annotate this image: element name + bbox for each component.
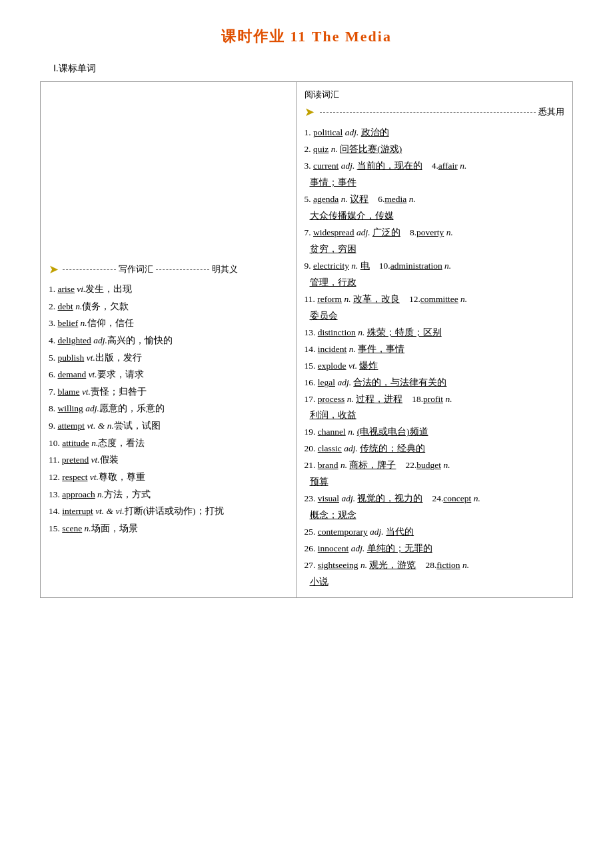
word-term: reform: [317, 294, 342, 304]
word-term: political: [313, 127, 342, 137]
list-item: 预算: [305, 474, 564, 491]
list-item: 委员会: [305, 308, 564, 325]
word-meaning: 政治的: [361, 127, 389, 137]
word-meaning: 电: [360, 261, 370, 271]
word-meaning: 打断(讲话或动作)；打扰: [125, 506, 224, 516]
word-meaning2: 事情；事件: [310, 177, 356, 187]
word-term: debt: [58, 301, 73, 311]
word-pos: adj.: [345, 127, 359, 137]
list-item: 11. pretend vt.假装: [49, 451, 288, 469]
word-term: scene: [62, 523, 82, 533]
word-meaning: 愿意的，乐意的: [99, 403, 165, 413]
word-term2: budget: [416, 460, 441, 470]
word-pos: n.: [349, 344, 356, 354]
word-pos: adj.: [370, 527, 384, 537]
word-pos: vi.: [77, 284, 85, 294]
word-term: distinction: [318, 327, 356, 337]
word-pos: adj.: [341, 161, 355, 171]
page-title: 课时作业 11 The Media: [40, 27, 573, 47]
list-item: 小说: [305, 574, 564, 591]
writing-dash: [63, 269, 116, 270]
list-item: 4. delighted adj.高兴的，愉快的: [49, 332, 288, 349]
list-item: 8. willing adj.愿意的，乐意的: [49, 400, 288, 417]
writing-meaning-label: 明其义: [212, 263, 238, 275]
list-item: 17. process n. 过程，进程 18.profit n.: [305, 391, 564, 408]
list-item: 19. channel n. (电视或电台)频道: [305, 424, 564, 441]
word-meaning: 方法，方式: [104, 489, 151, 499]
main-table: ➤ 写作词汇 明其义 1. arise vi.发生，出现2. debt n.债务…: [40, 81, 573, 598]
word-term2: profit: [423, 394, 443, 404]
word-pos2: n.: [443, 460, 450, 470]
word-meaning2: 概念；观念: [310, 510, 356, 520]
word-pos2: n.: [444, 261, 451, 271]
word-meaning: 事件，事情: [358, 344, 404, 354]
list-item: 20. classic adj. 传统的；经典的: [305, 441, 564, 457]
word-meaning: 假装: [100, 455, 119, 465]
word-term: blame: [58, 387, 80, 397]
list-item: 15. scene n.场面，场景: [49, 520, 288, 537]
writing-dash2: [156, 269, 209, 270]
word-pos: n.: [331, 144, 338, 154]
word-pos2: n.: [460, 294, 467, 304]
word-pos: n.: [348, 427, 354, 437]
word-pos: adj.: [337, 377, 351, 387]
word-term: attempt: [58, 421, 85, 431]
word-meaning2: 委员会: [310, 311, 338, 321]
list-item: 12. respect vt.尊敬，尊重: [49, 469, 288, 486]
list-item: 3. belief n.信仰，信任: [49, 315, 288, 332]
word-pos: vt. & vi.: [95, 506, 125, 516]
word-pos: n.: [351, 261, 358, 271]
word-term: contemporary: [318, 527, 368, 537]
word-meaning: 过程，进程: [356, 394, 402, 404]
word-term2: media: [384, 194, 406, 204]
word-pos: n.: [347, 394, 354, 404]
word-meaning: 爆炸: [359, 361, 378, 371]
right-column: 阅读词汇 ➤ 悉其用 1. political adj. 政治的2. quiz …: [296, 82, 572, 598]
word-pos: n.: [358, 327, 364, 337]
list-item: 2. quiz n. 问答比赛(游戏): [305, 141, 564, 158]
word-meaning2: 利润，收益: [310, 410, 356, 420]
word-pos: vt.: [89, 369, 97, 379]
word-pos2: n.: [474, 493, 480, 503]
word-meaning: (电视或电台)频道: [357, 427, 428, 437]
right-word-list: 1. political adj. 政治的2. quiz n. 问答比赛(游戏)…: [305, 125, 564, 591]
word-pos: vt.: [91, 455, 100, 465]
list-item: 16. legal adj. 合法的，与法律有关的: [305, 375, 564, 391]
list-item: 14. incident n. 事件，事情: [305, 341, 564, 358]
word-term: publish: [58, 353, 85, 363]
word-pos: vt.: [90, 472, 99, 482]
word-pos: n.: [91, 438, 98, 448]
left-word-list: 1. arise vi.发生，出现2. debt n.债务，欠款3. belie…: [49, 281, 288, 537]
word-term: current: [313, 161, 338, 171]
word-pos: n.: [341, 194, 348, 204]
word-pos: n.: [85, 523, 91, 533]
word-meaning: 视觉的，视力的: [357, 493, 422, 503]
list-item: 5. agenda n. 议程 6.media n.: [305, 191, 564, 208]
word-meaning: 债务，欠款: [82, 301, 129, 311]
list-item: 26. innocent adj. 单纯的；无罪的: [305, 541, 564, 557]
list-item: 13. approach n.方法，方式: [49, 486, 288, 503]
list-item: 3. current adj. 当前的，现在的 4.affair n.: [305, 158, 564, 175]
word-pos: adj.: [85, 403, 99, 413]
right-arrow-text: 悉其用: [538, 106, 564, 118]
word-meaning: 合法的，与法律有关的: [353, 377, 446, 387]
list-item: 10. attitude n.态度，看法: [49, 435, 288, 452]
word-pos: n.: [344, 294, 350, 304]
section-label: Ⅰ.课标单词: [53, 63, 573, 75]
word-meaning: 问答比赛(游戏): [340, 144, 402, 154]
word-meaning2: 预算: [310, 477, 328, 487]
word-term: interrupt: [62, 506, 93, 516]
right-col-header: 阅读词汇: [305, 89, 564, 101]
word-pos: n.: [340, 460, 347, 470]
list-item: 管理，行政: [305, 275, 564, 291]
word-term2: administration: [390, 261, 442, 271]
word-meaning: 尝试，试图: [114, 421, 161, 431]
word-pos2: n.: [409, 194, 416, 204]
word-pos: adj.: [344, 443, 358, 453]
word-pos: n.: [97, 489, 104, 499]
list-item: 9. electricity n. 电 10.administration n.: [305, 258, 564, 275]
word-pos: adj.: [341, 493, 355, 503]
list-item: 利润，收益: [305, 407, 564, 424]
word-meaning2: 小说: [310, 577, 328, 587]
list-item: 15. explode vt. 爆炸: [305, 358, 564, 375]
